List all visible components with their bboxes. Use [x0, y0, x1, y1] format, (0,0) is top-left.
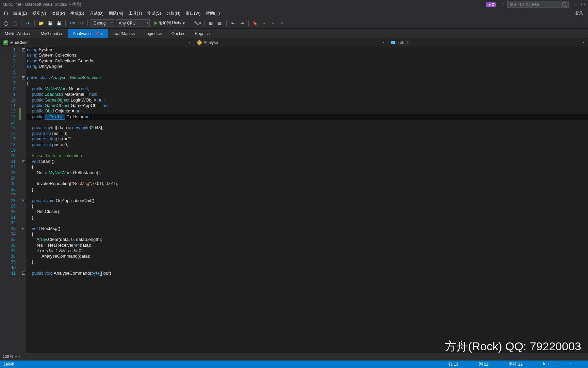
fold-toggle[interactable]: − [22, 199, 25, 202]
menubar: F)编辑(E)视图(V)项目(P)生成(B)调试(D)团队(M)工具(T)测试(… [0, 9, 588, 18]
redo-button[interactable]: ↷▾ [77, 19, 85, 27]
bookmark-next[interactable]: ▸ [269, 19, 277, 27]
status-pub-icon[interactable]: ↑ [569, 362, 571, 367]
toolbar: ◯ ◯ ▫▾ 📂 💾 💾 ↶▾ ↷▾ Debug Any CPU 附加到 Uni… [0, 18, 588, 29]
code-area[interactable]: using System;using System.Collections;us… [26, 47, 588, 353]
comment-button[interactable]: ▦ [207, 19, 215, 27]
close-icon[interactable]: × [101, 31, 103, 36]
fold-toggle[interactable]: − [22, 272, 25, 275]
zoom-value[interactable]: 100 % [3, 354, 13, 358]
fold-toggle[interactable]: − [22, 48, 25, 51]
document-tab[interactable]: Analyse.cs📌× [68, 29, 108, 38]
menu-item[interactable]: 调试(D) [87, 9, 106, 18]
save-all-button[interactable]: 💾 [55, 19, 63, 27]
titlebar: MudClinet - Microsoft Visual Studio(管理员)… [0, 0, 588, 9]
config-dropdown[interactable]: Debug [91, 19, 114, 27]
menu-item[interactable]: 编辑(E) [11, 9, 30, 18]
menu-item[interactable]: 工具(T) [126, 9, 145, 18]
bookmark-button[interactable]: 🔖 [251, 19, 259, 27]
bookmark-clear[interactable]: ✕ [278, 19, 285, 27]
fold-toggle[interactable]: − [22, 76, 25, 79]
document-tab[interactable]: Objd.cs [167, 29, 190, 38]
platform-dropdown[interactable]: Any CPU [116, 19, 150, 27]
fold-column[interactable]: −−−−−− [21, 47, 26, 353]
fold-toggle[interactable]: − [22, 160, 25, 163]
menu-item[interactable]: 项目(P) [49, 9, 68, 18]
member-combo[interactable]: TxtList [388, 39, 588, 46]
minimize-button[interactable]: ─ [574, 2, 577, 7]
field-icon [391, 41, 395, 44]
status-ready: 5的项 [3, 362, 14, 367]
new-item-button[interactable]: ▫▾ [24, 19, 32, 27]
bookmark-prev[interactable]: ◂ [260, 19, 268, 27]
code-editor[interactable]: 1234567891011121314151617181920212223242… [0, 47, 588, 353]
indent-less-button[interactable]: ⇤ [229, 19, 237, 27]
quick-launch-input[interactable]: 快速启动 (Ctrl+Q) [507, 1, 569, 8]
line-gutter: 1234567891011121314151617181920212223242… [0, 47, 19, 353]
maximize-button[interactable]: ☐ [581, 2, 585, 7]
window-title: MudClinet - Microsoft Visual Studio(管理员) [3, 2, 81, 7]
play-icon [154, 21, 157, 25]
menu-item[interactable]: 测试(S) [145, 9, 164, 18]
code-navbar: MudClinet Analyse TxtList [0, 38, 588, 47]
fold-toggle[interactable]: − [22, 227, 25, 230]
indent-more-button[interactable]: ⇥ [238, 19, 246, 27]
attach-unity-button[interactable]: 附加到 Unity ▾ [151, 19, 188, 27]
class-combo[interactable]: Analyse [194, 39, 388, 46]
statusbar: 5的项 行 13 列 22 字符 22 Ins ↑ [0, 361, 588, 368]
notification-badge[interactable]: ▼ 2 [486, 2, 495, 7]
menu-item[interactable]: 团队(M) [106, 9, 126, 18]
menu-item[interactable]: 视图(V) [30, 9, 49, 18]
document-tab[interactable]: Regd.cs [190, 29, 214, 38]
status-char: 字符 22 [509, 362, 523, 367]
open-file-button[interactable]: 📂 [37, 19, 45, 27]
document-tabs: MyNetWork.csMyGlobal.csAnalyse.cs📌×LoadM… [0, 29, 588, 38]
tool-icon-1[interactable]: 🔧▾ [194, 19, 201, 27]
status-col: 列 22 [479, 362, 489, 367]
nav-back-button[interactable]: ◯ [2, 19, 10, 27]
pin-icon[interactable]: 📌 [95, 32, 99, 35]
uncomment-button[interactable]: ▦ [216, 19, 224, 27]
nav-fwd-button[interactable]: ◯ [11, 19, 18, 27]
document-tab[interactable]: MyGlobal.cs [36, 29, 68, 38]
menu-item[interactable]: 帮助(H) [203, 9, 223, 18]
undo-button[interactable]: ↶▾ [68, 19, 76, 27]
status-ins: Ins [543, 362, 549, 367]
menu-item[interactable]: 生成(B) [68, 9, 87, 18]
menu-item[interactable]: F) [1, 10, 11, 17]
zoom-bar: 100 % ▾ ◂ [0, 353, 588, 360]
project-combo[interactable]: MudClinet [0, 39, 194, 46]
login-button[interactable]: 登录 [572, 9, 587, 18]
document-tab[interactable]: LoadMap.cs [108, 29, 140, 38]
status-line: 行 13 [448, 362, 458, 367]
save-button[interactable]: 💾 [46, 19, 54, 27]
search-icon [562, 2, 566, 6]
document-tab[interactable]: Logind.cs [140, 29, 166, 38]
menu-item[interactable]: 窗口(W) [183, 9, 203, 18]
document-tab[interactable]: MyNetWork.cs [0, 29, 36, 38]
csharp-icon [3, 40, 8, 45]
feedback-icon[interactable]: ⬚ [498, 1, 505, 8]
class-icon [197, 40, 202, 45]
menu-item[interactable]: 分析(N) [164, 9, 183, 18]
